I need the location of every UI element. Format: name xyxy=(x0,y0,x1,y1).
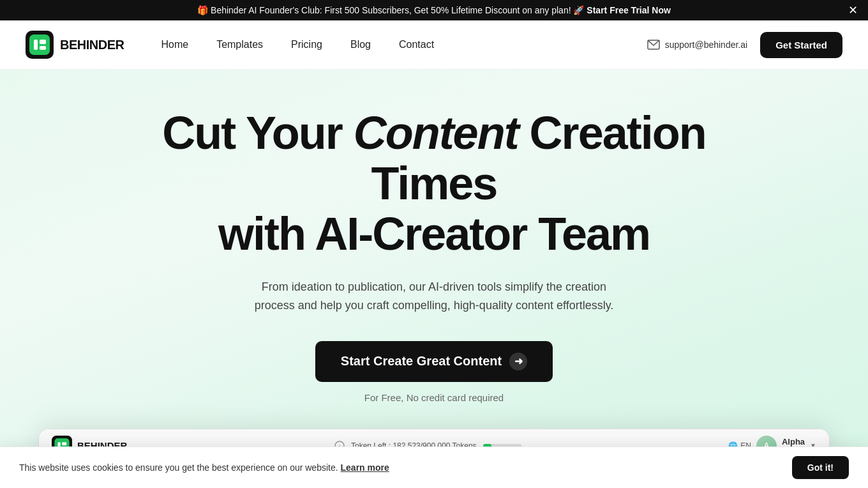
cta-label: Start Create Great Content xyxy=(341,354,502,369)
nav-right: support@behinder.ai Get Started xyxy=(647,32,842,58)
svg-rect-1 xyxy=(29,34,50,55)
cta-note: For Free, No credit card required xyxy=(364,392,504,403)
nav-home[interactable]: Home xyxy=(149,34,200,56)
svg-rect-4 xyxy=(40,46,46,50)
svg-rect-9 xyxy=(62,442,66,445)
get-started-button[interactable]: Get Started xyxy=(760,32,842,58)
hero-title: Cut Your Content Creation Times with AI-… xyxy=(147,108,721,260)
banner-cta-link[interactable]: Start Free Trial Now xyxy=(587,5,670,15)
nav-blog[interactable]: Blog xyxy=(339,34,382,56)
learn-more-link[interactable]: Learn more xyxy=(341,462,389,473)
email-icon xyxy=(647,40,660,50)
user-name: Alpha xyxy=(782,437,805,446)
cta-arrow-icon: ➜ xyxy=(509,353,527,370)
banner-close-button[interactable]: ✕ xyxy=(848,3,858,17)
logo-icon xyxy=(26,31,54,59)
logo-text: BEHINDER xyxy=(60,38,124,52)
svg-rect-2 xyxy=(34,40,38,50)
nav-templates[interactable]: Templates xyxy=(205,34,274,56)
got-it-button[interactable]: Got it! xyxy=(792,456,849,479)
cookie-banner: This website uses cookies to ensure you … xyxy=(0,446,868,488)
promo-banner: 🎁 Behinder AI Founder's Club: First 500 … xyxy=(0,0,868,20)
svg-rect-3 xyxy=(40,40,46,44)
support-email-link[interactable]: support@behinder.ai xyxy=(647,40,747,50)
hero-subtitle: From ideation to publication, our AI-dri… xyxy=(249,278,619,316)
hero-section: Cut Your Content Creation Times with AI-… xyxy=(0,70,868,488)
support-email-text: support@behinder.ai xyxy=(665,40,747,50)
banner-text: 🎁 Behinder AI Founder's Club: First 500 … xyxy=(197,5,671,15)
nav-pricing[interactable]: Pricing xyxy=(280,34,334,56)
nav-links: Home Templates Pricing Blog Contact xyxy=(149,34,647,56)
cookie-text: This website uses cookies to ensure you … xyxy=(19,462,389,473)
nav-contact[interactable]: Contact xyxy=(387,34,445,56)
cta-button[interactable]: Start Create Great Content ➜ xyxy=(315,341,553,382)
navbar: BEHINDER Home Templates Pricing Blog Con… xyxy=(0,20,868,70)
logo-link[interactable]: BEHINDER xyxy=(26,31,124,59)
